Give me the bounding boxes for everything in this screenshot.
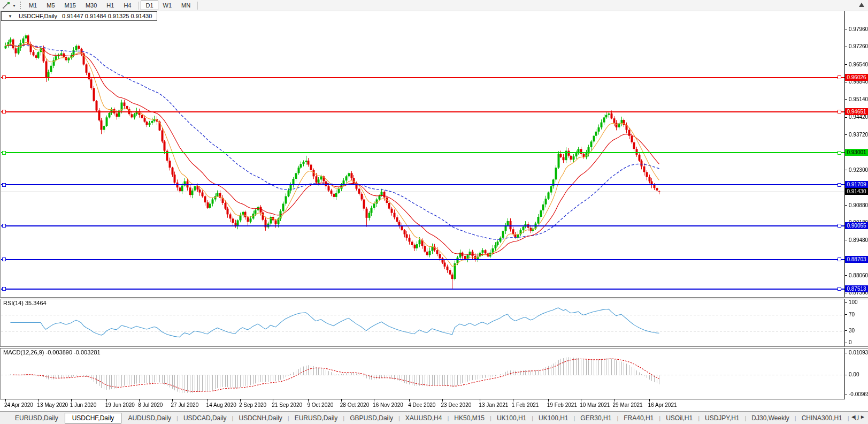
symbol-tab-uk100-h1[interactable]: UK100,H1 — [491, 413, 532, 423]
level-line-endpoint[interactable] — [2, 110, 6, 113]
symbol-tab-gbpusd-daily[interactable]: GBPUSD,Daily — [344, 413, 398, 423]
level-line-endpoint[interactable] — [2, 183, 6, 187]
symbol-tab-ger30-h1[interactable]: GER30,H1 — [575, 413, 617, 423]
symbol-tab-audusd-daily[interactable]: AUDUSD,Daily — [122, 413, 176, 423]
macd-pane-resize-handle[interactable] — [0, 346, 868, 349]
level-line[interactable] — [1, 111, 844, 112]
date-tick-label: 13 May 2020 — [37, 402, 68, 408]
price-tick-label: 0.97260 — [849, 43, 868, 49]
date-tick-label: 9 Oct 2020 — [307, 402, 333, 408]
tab-scroll-right-icon[interactable]: ► — [860, 414, 865, 420]
date-tick-label: 27 Jul 2020 — [171, 402, 199, 408]
rsi-tick-mark — [844, 343, 847, 343]
symbol-tab-usdcad-daily[interactable]: USDCAD,Daily — [178, 413, 232, 423]
timeframe-button-m30[interactable]: M30 — [81, 1, 102, 10]
level-price-label: 0.88703 — [845, 256, 868, 263]
date-tick-mark — [614, 399, 614, 402]
symbol-tab-china300-h1[interactable]: CHINA300,H1 — [796, 413, 848, 423]
price-tick-label: 0.92300 — [849, 167, 868, 173]
price-tick-mark — [844, 117, 847, 118]
date-tick-label: 21 Sep 2020 — [272, 402, 302, 408]
level-price-label: 0.91709 — [845, 181, 868, 188]
level-line[interactable] — [1, 289, 844, 290]
rsi-indicator-label: RSI(14) 35.3464 — [3, 300, 47, 306]
price-tick-label: 0.94420 — [849, 114, 868, 120]
price-tick-label: 0.88060 — [849, 272, 868, 278]
date-tick-label: 24 Apr 2020 — [4, 402, 33, 408]
level-line-endpoint[interactable] — [838, 110, 841, 113]
date-tick-label: 16 Nov 2020 — [373, 402, 403, 408]
level-line[interactable] — [1, 77, 844, 78]
date-tick-mark — [513, 399, 513, 402]
symbol-tab-usoil-h1[interactable]: USOil,H1 — [660, 413, 698, 423]
level-line[interactable] — [1, 184, 844, 185]
level-line[interactable] — [1, 225, 844, 226]
level-line-endpoint[interactable] — [838, 75, 841, 79]
tab-scroll-left-icon[interactable]: ◄ — [850, 414, 856, 420]
legend-symbol: USDCHF,Daily — [19, 13, 57, 19]
level-line-endpoint[interactable] — [838, 151, 841, 155]
timeframe-button-w1[interactable]: W1 — [158, 1, 177, 10]
price-tick-mark — [844, 170, 847, 170]
price-tick-mark — [844, 205, 847, 206]
symbol-tab-usdjpy-h1[interactable]: USDJPY,H1 — [700, 413, 744, 423]
chart-plot-area[interactable] — [0, 0, 868, 424]
price-tick-label: 0.96540 — [849, 62, 868, 67]
price-tick-label: 0.97960 — [849, 26, 868, 32]
symbol-tab-eurusd-daily[interactable]: EURUSD,Daily — [289, 413, 343, 423]
level-line-endpoint[interactable] — [838, 258, 841, 261]
timeframe-button-d1[interactable]: D1 — [141, 1, 158, 10]
tab-scroll-arrows: ◄ ► — [850, 414, 865, 420]
timeframe-button-m1[interactable]: M1 — [24, 1, 42, 10]
level-price-label: 0.96026 — [845, 74, 868, 81]
date-tick-label: 13 Jan 2021 — [479, 402, 508, 408]
level-line[interactable] — [1, 259, 844, 260]
level-line-endpoint[interactable] — [2, 287, 6, 291]
date-tick-mark — [442, 399, 443, 402]
legend-collapse-icon[interactable]: ▼ — [8, 14, 12, 19]
timeframe-button-m5[interactable]: M5 — [42, 1, 59, 10]
timeframe-button-m15[interactable]: M15 — [60, 1, 81, 10]
level-line-endpoint[interactable] — [838, 224, 841, 228]
date-tick-label: 29 Mar 2021 — [613, 402, 643, 408]
macd-indicator-label: MACD(12,26,9) -0.003890 -0.003281 — [3, 349, 101, 355]
date-tick-mark — [409, 399, 410, 402]
date-tick-label: 23 Dec 2020 — [441, 402, 472, 408]
price-tick-label: 0.90880 — [849, 202, 868, 208]
level-line-endpoint[interactable] — [838, 287, 841, 291]
level-line-endpoint[interactable] — [2, 258, 6, 261]
pointer-tool-icon[interactable] — [2, 2, 11, 9]
symbol-tab-eurusd-daily[interactable]: EURUSD,Daily — [10, 413, 64, 423]
date-tick-mark — [341, 399, 342, 402]
level-price-label: 0.90055 — [845, 222, 868, 229]
level-price-label: 0.87513 — [845, 285, 868, 292]
date-tick-label: 8 Jul 2020 — [138, 402, 163, 408]
symbol-tab-xauusd-h4[interactable]: XAUUSD,H4 — [400, 413, 448, 423]
level-line-endpoint[interactable] — [838, 183, 841, 187]
rsi-tick-mark — [844, 302, 847, 303]
timeframe-button-h1[interactable]: H1 — [102, 1, 119, 10]
chart-legend: ▼ USDCHF,Daily 0.91447 0.91484 0.91325 0… — [1, 11, 157, 21]
timeframe-button-mn[interactable]: MN — [176, 1, 195, 10]
rsi-pane-resize-handle[interactable] — [0, 297, 868, 299]
price-tick-mark — [844, 134, 847, 135]
macd-tick-label: -0.009653 — [849, 391, 868, 397]
symbol-tab-fra40-h1[interactable]: FRA40,H1 — [618, 413, 659, 423]
level-line-endpoint[interactable] — [2, 75, 6, 79]
symbol-tab-uk100-h1[interactable]: UK100,H1 — [533, 413, 573, 423]
tool-dropdown-caret-icon[interactable]: ▼ — [12, 4, 16, 7]
toolbar-grip-handle[interactable] — [20, 2, 21, 9]
symbol-tab-dj30-weekly[interactable]: DJ30,Weekly — [746, 413, 794, 423]
symbol-tab-usdchf-daily[interactable]: USDCHF,Daily — [65, 413, 122, 423]
symbol-tab-usdcnh-daily[interactable]: USDCNH,Daily — [233, 413, 287, 423]
level-price-label: 0.94651 — [845, 108, 868, 115]
toolbar-overflow-icon[interactable] — [859, 3, 864, 7]
date-tick-mark — [172, 399, 173, 402]
level-line[interactable] — [1, 152, 844, 153]
level-line-endpoint[interactable] — [2, 151, 6, 155]
macd-tick-mark — [844, 375, 847, 375]
symbol-tab-hk50-m15[interactable]: HK50,M15 — [449, 413, 490, 423]
current-price-label: 0.91430 — [845, 188, 868, 195]
timeframe-button-h4[interactable]: H4 — [119, 1, 136, 10]
level-line-endpoint[interactable] — [2, 224, 6, 228]
